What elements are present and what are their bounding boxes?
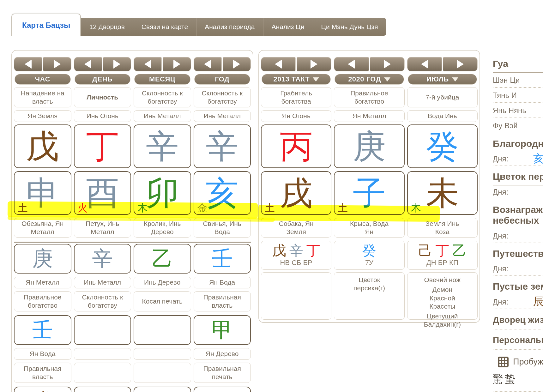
left-arrow-icon (204, 60, 211, 69)
tab-qi-men-dun-jia[interactable]: Ци Мэнь Дунь Цзя (313, 18, 386, 36)
day-hidden-stem-1: 辛 (74, 244, 131, 274)
year-hidden-stem-2: 甲 (194, 315, 251, 345)
day-hidden-element-2 (74, 348, 131, 360)
star-label: Цветущий Балдахин(г) (422, 312, 463, 329)
day-value-character: 辰 (533, 296, 543, 307)
tab-chart-links[interactable]: Связи на карте (133, 18, 196, 36)
takt-header-dropdown[interactable]: 2013 ТАКТ (262, 74, 331, 85)
takt-stem-cell: 丙 (261, 124, 331, 168)
branch-element-character: 木 (137, 203, 148, 213)
year-2020-header-dropdown[interactable]: 2020 ГОД (335, 74, 404, 85)
nobleman-header: Благородные (493, 138, 543, 153)
right-arrow-icon (173, 60, 180, 69)
takt-column: 2013 ТАКТ Грабитель богатства Ян Огонь 丙… (261, 53, 331, 320)
day-label: Дня: (493, 264, 508, 273)
branch-character: 未 (426, 177, 459, 209)
branch-character: 亥 (206, 177, 238, 209)
void-header: Пустые земли (493, 281, 543, 295)
hidden-gods-abbr: ДН БР КП (426, 258, 458, 267)
hidden-stem-character: 丁 (435, 244, 449, 257)
tab-12-palaces[interactable]: 12 Дворцов (81, 18, 133, 36)
month-july-prev-button[interactable] (407, 57, 442, 71)
stem-character: 丙 (280, 130, 313, 163)
day-label: Дня: (493, 154, 508, 163)
header-line-1: Вознаграждения (493, 204, 543, 215)
month-july-god-label: 7-й убийца (407, 87, 478, 107)
hidden-stem-character: 庚 (32, 248, 53, 269)
takt-header-label: 2013 ТАКТ (273, 75, 310, 83)
takt-next-button[interactable] (297, 57, 331, 71)
month-july-element-label: Вода Инь (407, 110, 478, 122)
year-next-button[interactable] (223, 57, 251, 71)
day-god-label: Личность (74, 87, 131, 107)
takt-prev-button[interactable] (261, 57, 296, 71)
month-branch-cell: 卯 木 (134, 171, 191, 215)
year-2020-next-button[interactable] (370, 57, 405, 71)
hidden-stem-character: 辛 (92, 248, 113, 269)
stem-character: 癸 (426, 130, 459, 163)
year-prev-button[interactable] (194, 57, 222, 71)
day-header: ДЕНЬ (75, 74, 131, 85)
hour-hidden-stem-1: 庚 (14, 244, 71, 274)
month-july-stem-cell: 癸 (407, 124, 478, 168)
hidden-stem-character: 壬 (212, 248, 232, 269)
year-2020-prev-button[interactable] (334, 57, 369, 71)
right-arrow-icon (113, 60, 120, 69)
branch-element-character: 火 (78, 203, 88, 213)
takt-nav (261, 57, 331, 71)
month-god-label: Склонность к богатству (134, 87, 191, 107)
tab-bazi-chart[interactable]: Карта Бацзы (11, 14, 81, 36)
branch-element-character: 木 (411, 203, 421, 213)
branch-element-character: 金 (197, 203, 208, 213)
month-july-header-dropdown[interactable]: ИЮЛЬ (408, 74, 477, 85)
peach-blossom-day-row: Дня: (493, 185, 543, 199)
month-stem-cell: 辛 (134, 124, 191, 168)
hour-prev-button[interactable] (14, 57, 42, 71)
hour-element-label: Ян Земля (14, 110, 71, 122)
day-stem-cell: 丁 (74, 124, 131, 168)
day-branch-cell: 酉 火 (74, 171, 131, 215)
tab-period-analysis[interactable]: Анализ периода (196, 18, 263, 36)
calendar-link-label: Пробуждение (513, 357, 543, 367)
branch-element-character: 土 (18, 203, 28, 213)
branch-character: 酉 (86, 177, 119, 209)
peach-blossom-header: Цветок персика (493, 171, 543, 185)
hour-hidden-stem-3: 戊 (14, 387, 71, 392)
left-arrow-icon (144, 60, 151, 69)
year-2020-branch-cell: 子 土 (334, 171, 404, 215)
year-animal-label: Свинья, Инь Вода (194, 218, 251, 238)
day-hidden-stem-2 (74, 315, 131, 345)
right-arrow-icon (457, 60, 464, 69)
star-label: Овечий нож (422, 276, 463, 284)
month-next-button[interactable] (163, 57, 191, 71)
year-2020-stars-cell: Цветок персика(г) (334, 272, 404, 320)
takt-animal-label: Собака, Ян Земля (261, 218, 331, 238)
hidden-stem-characters: 己 丁 乙 (418, 244, 466, 257)
day-label: Дня: (493, 232, 508, 240)
tab-qi-analysis[interactable]: Анализ Ци (263, 18, 313, 36)
pillar-column-day: ДЕНЬ Личность Инь Огонь 丁 酉 火 Петух, Инь… (74, 53, 131, 392)
month-july-next-button[interactable] (443, 57, 478, 71)
month-animal-label: Кролик, Инь Дерево (134, 218, 191, 238)
travel-horse-header: Путешествия (493, 248, 543, 262)
day-prev-button[interactable] (74, 57, 102, 71)
right-arrow-icon (311, 60, 317, 69)
stem-character: 辛 (146, 130, 179, 163)
takt-god-label: Грабитель богатства (261, 87, 331, 107)
month-prev-button[interactable] (134, 57, 162, 71)
hour-next-button[interactable] (43, 57, 71, 71)
stem-character: 丁 (86, 130, 119, 163)
month-july-hidden-stems-cell: 己 丁 乙 ДН БР КП (407, 241, 478, 270)
hidden-gods-abbr: 7У (365, 258, 373, 267)
takt-element-label: Ян Огонь (261, 110, 331, 122)
hour-header: ЧАС (15, 74, 71, 85)
pillar-column-hour: ЧАС Нападение на власть Ян Земля 戊 申 土 О… (14, 53, 71, 392)
branch-character: 子 (353, 177, 386, 209)
left-arrow-icon (348, 60, 355, 69)
day-next-button[interactable] (103, 57, 131, 71)
hidden-stem-character: 乙 (452, 244, 466, 257)
solar-term-characters: 驚蛰 (493, 372, 543, 386)
branch-element-character: 土 (338, 203, 348, 213)
calendar-link[interactable]: Пробуждение (498, 357, 543, 367)
year-2020-column: 2020 ГОД Правильное богатство Ян Металл … (334, 53, 404, 320)
